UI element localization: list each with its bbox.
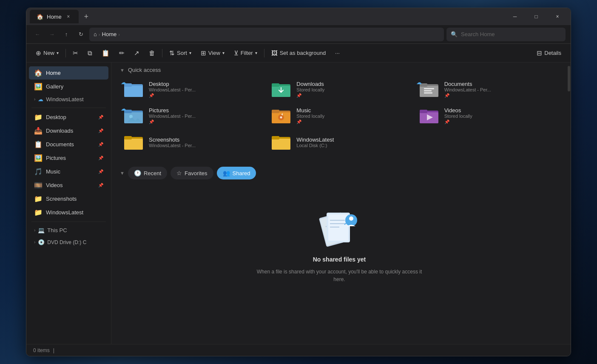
breadcrumb[interactable]: ⌂ › Home › [89, 28, 444, 41]
status-bar: 0 items | [26, 344, 571, 356]
set-background-label: Set as background [280, 50, 326, 56]
tab-favorites-label: Favorites [185, 170, 207, 176]
downloads-folder-svg [272, 82, 290, 97]
new-label: New [43, 50, 54, 56]
screenshots-folder-icon [123, 134, 144, 151]
toolbar-separator-1 [65, 49, 66, 57]
qa-item-music[interactable]: Music Stored locally 📌 [266, 103, 412, 128]
sidebar-music-label: Music [46, 168, 60, 175]
content-scrollbar[interactable] [567, 63, 571, 344]
paste-icon: 📋 [102, 49, 110, 57]
paste-button[interactable]: 📋 [97, 46, 114, 60]
qa-item-screenshots[interactable]: Screenshots WindowsLatest - Per... [118, 129, 265, 155]
rename-button[interactable]: ✏ [115, 46, 129, 60]
tab-close-button[interactable]: × [65, 13, 72, 20]
tab-shared-label: Shared [233, 170, 250, 176]
set-background-button[interactable]: 🖼 Set as background [267, 46, 330, 60]
sidebar-item-music[interactable]: 🎵 Music 📌 [29, 165, 108, 178]
downloads-info: Downloads Stored locally 📌 [296, 81, 407, 98]
new-button[interactable]: ⊕ New ▾ [31, 46, 63, 60]
tab-favorites[interactable]: ☆ Favorites [171, 167, 213, 179]
filter-button[interactable]: ⊻ Filter ▾ [230, 46, 262, 60]
sidebar-item-downloads[interactable]: 📥 Downloads 📌 [29, 124, 108, 137]
sidebar-item-windowslatest[interactable]: 📁 WindowsLatest [29, 206, 108, 219]
close-button[interactable]: × [548, 10, 567, 23]
pictures-pin-icon: 📌 [98, 156, 103, 160]
sidebar: 🏠 Home 🖼️ Gallery › ☁ WindowsLatest 📁 De… [26, 63, 111, 344]
set-background-icon: 🖼 [271, 49, 278, 57]
downloads-pin-icon: 📌 [98, 128, 103, 133]
maximize-button[interactable]: □ [526, 10, 546, 23]
delete-button[interactable]: 🗑 [145, 46, 159, 60]
pictures-name: Pictures [149, 107, 260, 114]
svg-rect-26 [124, 139, 143, 150]
videos-info: Videos Stored locally 📌 [444, 107, 555, 124]
up-button[interactable]: ↑ [60, 28, 72, 40]
search-box[interactable]: 🔍 Search Home [446, 28, 566, 41]
windowslatest-folder-icon [271, 134, 291, 151]
tab-recent[interactable]: 🕐 Recent [128, 167, 167, 179]
empty-state-illustration [314, 200, 365, 251]
view-icon: ⊞ [201, 49, 206, 57]
sidebar-item-videos[interactable]: 🎞️ Videos 📌 [29, 179, 108, 192]
minimize-button[interactable]: ─ [505, 10, 525, 23]
sidebar-this-pc-label: This PC [47, 227, 67, 233]
active-tab[interactable]: 🏠 Home × [30, 10, 79, 23]
scrollbar-thumb [568, 66, 570, 91]
refresh-button[interactable]: ↻ [75, 28, 87, 40]
share-button[interactable]: ↗ [130, 46, 144, 60]
sidebar-item-pictures[interactable]: 🖼️ Pictures 📌 [29, 151, 108, 165]
downloads-folder-icon [271, 81, 291, 98]
qa-item-windowslatest[interactable]: WindowsLatest Local Disk (C:) [266, 129, 412, 155]
refresh-icon: ↻ [79, 31, 83, 37]
quick-access-header[interactable]: ▼ Quick access [111, 63, 567, 77]
desktop-sidebar-icon: 📁 [34, 113, 43, 121]
copy-button[interactable]: ⧉ [83, 46, 97, 60]
home-tab-icon: 🏠 [37, 14, 43, 20]
sidebar-item-dvd-drive[interactable]: › 💿 DVD Drive (D:) C [29, 236, 108, 248]
cut-button[interactable]: ✂ [68, 46, 82, 60]
qa-item-pictures[interactable]: ☁ Pictures WindowsLatest - Per... 📌 [118, 103, 265, 128]
sidebar-item-desktop[interactable]: 📁 Desktop 📌 [29, 111, 108, 124]
documents-sub: WindowsLatest - Per... [444, 87, 555, 92]
more-icon: ··· [335, 50, 340, 56]
cut-icon: ✂ [73, 49, 78, 57]
sidebar-item-documents[interactable]: 📋 Documents 📌 [29, 138, 108, 151]
qa-item-downloads[interactable]: Downloads Stored locally 📌 [266, 77, 412, 102]
music-folder-icon [271, 107, 291, 124]
sidebar-item-gallery[interactable]: 🖼️ Gallery [29, 80, 108, 93]
filter-icon: ⊻ [234, 49, 239, 57]
documents-pin: 📌 [444, 93, 555, 98]
sidebar-item-screenshots[interactable]: 📁 Screenshots [29, 192, 108, 205]
qa-item-videos[interactable]: Videos Stored locally 📌 [414, 103, 560, 128]
details-icon: ⊟ [537, 49, 542, 57]
details-button[interactable]: ⊟ Details [532, 46, 566, 60]
desktop-name: Desktop [149, 81, 260, 87]
pictures-cloud-badge: ☁ [121, 105, 126, 112]
sidebar-item-this-pc[interactable]: › 💻 This PC [29, 225, 108, 236]
quick-access-title: Quick access [128, 67, 161, 73]
screenshots-folder-svg [124, 134, 143, 150]
view-button[interactable]: ⊞ View ▾ [196, 46, 229, 60]
qa-item-documents[interactable]: ☁ Documents WindowsLatest - Per... [414, 77, 560, 102]
filter-label: Filter [241, 50, 253, 56]
main-area: 🏠 Home 🖼️ Gallery › ☁ WindowsLatest 📁 De… [26, 63, 571, 344]
tab-shared[interactable]: 👥 Shared [217, 167, 256, 179]
sidebar-videos-label: Videos [46, 182, 63, 188]
back-button[interactable]: ← [31, 28, 43, 40]
breadcrumb-home[interactable]: Home [102, 31, 117, 37]
forward-button[interactable]: → [46, 28, 58, 40]
qa-item-desktop[interactable]: ☁ Desktop WindowsLatest - Per... 📌 [118, 77, 265, 102]
tab-recent-label: Recent [144, 170, 161, 176]
new-tab-button[interactable]: + [80, 11, 92, 23]
sort-button[interactable]: ⇅ Sort ▾ [165, 46, 196, 60]
pictures-pin: 📌 [149, 119, 260, 124]
sidebar-dvd-label: DVD Drive (D:) C [47, 239, 86, 245]
sidebar-item-cloud[interactable]: › ☁ WindowsLatest [29, 94, 108, 105]
sidebar-item-home[interactable]: 🏠 Home [29, 66, 108, 80]
sidebar-divider-1 [31, 108, 106, 108]
pictures-sub: WindowsLatest - Per... [149, 114, 260, 119]
filter-arrow-icon: ▾ [255, 51, 257, 55]
more-button[interactable]: ··· [331, 46, 344, 60]
music-pin-icon: 📌 [98, 169, 103, 174]
